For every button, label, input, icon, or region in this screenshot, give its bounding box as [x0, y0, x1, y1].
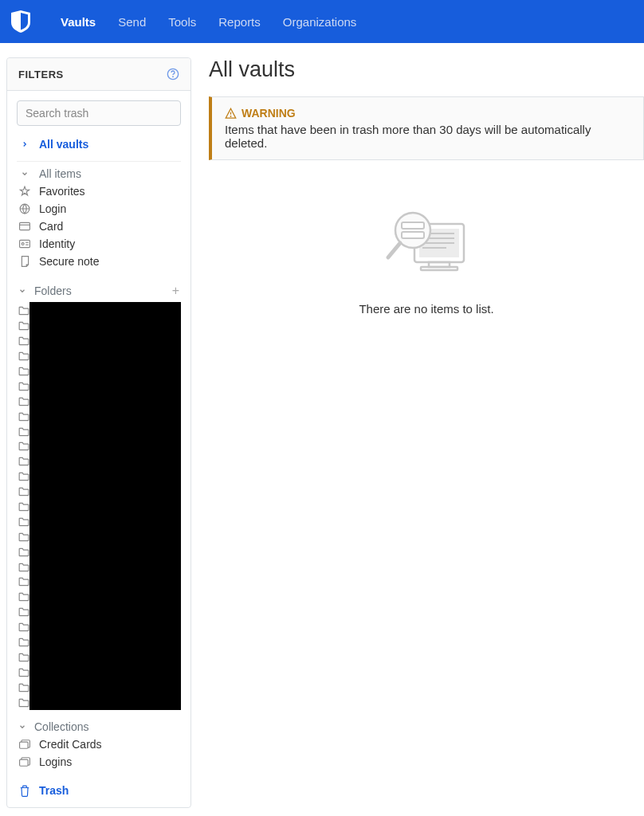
warning-callout: WARNING Items that have been in trash mo…: [209, 96, 644, 160]
id-icon: [18, 239, 31, 249]
search-input[interactable]: [17, 100, 181, 126]
nav-vaults[interactable]: Vaults: [49, 2, 107, 41]
globe-icon: [18, 203, 31, 214]
trash-icon: [18, 785, 31, 797]
svg-rect-10: [20, 759, 28, 766]
svg-rect-5: [20, 240, 30, 247]
top-nav: Vaults Send Tools Reports Organizations: [0, 0, 644, 43]
collection-logins[interactable]: Logins: [17, 753, 181, 771]
warning-body: Items that have been in trash more than …: [225, 123, 630, 150]
chevron-down-icon: [18, 287, 26, 295]
collection-credit-cards[interactable]: Credit Cards: [17, 736, 181, 753]
svg-rect-20: [421, 267, 457, 270]
svg-rect-3: [20, 222, 30, 230]
app-logo: [10, 10, 32, 33]
filter-login[interactable]: Login: [17, 200, 181, 218]
nav-tools[interactable]: Tools: [157, 2, 207, 41]
redacted-folders: [29, 302, 181, 710]
nav-reports[interactable]: Reports: [207, 2, 272, 41]
help-icon[interactable]: [167, 68, 179, 80]
main-content: All vaults WARNING Items that have been …: [191, 57, 644, 808]
warning-heading: WARNING: [242, 107, 296, 120]
empty-state: There are no items to list.: [209, 192, 644, 332]
filters-title: FILTERS: [18, 69, 64, 80]
nav-send[interactable]: Send: [107, 2, 157, 41]
chevron-down-icon: [18, 723, 26, 731]
folders-list: [7, 302, 190, 710]
svg-rect-23: [402, 232, 424, 238]
chevron-down-icon: [18, 170, 31, 178]
svg-line-24: [388, 243, 400, 257]
card-icon: [18, 222, 31, 231]
page-title: All vaults: [209, 57, 644, 82]
svg-rect-22: [402, 222, 424, 229]
note-icon: [18, 256, 31, 267]
filter-all-items[interactable]: All items: [17, 165, 181, 182]
add-folder-button[interactable]: +: [172, 284, 179, 298]
filter-identity[interactable]: Identity: [17, 235, 181, 253]
filter-all-vaults[interactable]: All vaults: [17, 135, 181, 153]
star-icon: [18, 186, 31, 197]
svg-point-1: [173, 76, 174, 77]
svg-point-6: [22, 243, 24, 245]
warning-icon: [225, 108, 237, 120]
collections-header[interactable]: Collections: [17, 718, 181, 736]
filter-favorites[interactable]: Favorites: [17, 182, 181, 200]
collection-icon: [18, 740, 31, 749]
empty-text: There are no items to list.: [209, 302, 644, 316]
folders-header[interactable]: Folders +: [17, 281, 181, 300]
collection-icon: [18, 757, 31, 767]
svg-point-12: [230, 116, 231, 116]
svg-rect-9: [20, 742, 28, 748]
empty-illustration: [209, 208, 644, 288]
filters-header: FILTERS: [7, 58, 190, 91]
nav-links: Vaults Send Tools Reports Organizations: [49, 2, 367, 41]
filters-sidebar: FILTERS All vaults All items: [6, 57, 191, 808]
filter-trash[interactable]: Trash: [17, 782, 181, 799]
nav-organizations[interactable]: Organizations: [272, 2, 368, 41]
chevron-right-icon: [18, 140, 31, 148]
filter-secure-note[interactable]: Secure note: [17, 253, 181, 270]
filter-card[interactable]: Card: [17, 218, 181, 235]
